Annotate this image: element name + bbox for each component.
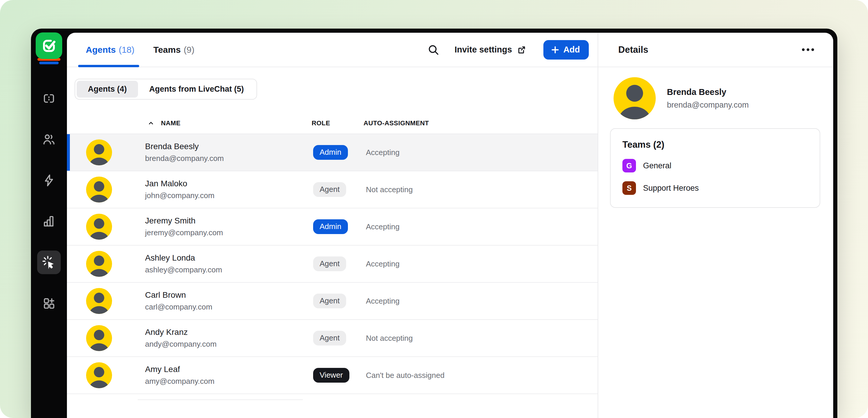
agent-name-cell: Carl Brown carl@company.com bbox=[145, 290, 310, 312]
avatar bbox=[86, 288, 112, 314]
avatar bbox=[86, 251, 112, 277]
profile-name: Brenda Beesly bbox=[667, 87, 749, 97]
profile-texts: Brenda Beesly brenda@company.com bbox=[667, 87, 749, 110]
avatar-cell bbox=[67, 325, 145, 351]
invite-settings-label: Invite settings bbox=[455, 45, 512, 55]
tab-agents[interactable]: Agents (18) bbox=[86, 33, 134, 67]
auto-assignment-status: Accepting bbox=[364, 296, 598, 306]
tab-teams-label: Teams bbox=[153, 45, 181, 55]
team-item[interactable]: S Support Heroes bbox=[622, 181, 808, 195]
agent-name-cell: Ashley Londa ashley@company.com bbox=[145, 253, 310, 275]
teams-card-title: Teams (2) bbox=[622, 139, 808, 150]
main-body: Agents (4) Agents from LiveChat (5) NAME… bbox=[67, 67, 598, 418]
app-switcher[interactable] bbox=[36, 32, 62, 64]
team-initial-badge: G bbox=[622, 159, 636, 172]
role-badge: Viewer bbox=[313, 368, 349, 383]
sidebar-item-apps[interactable] bbox=[37, 292, 61, 315]
main-header: Agents (18) Teams (9) Invite settings bbox=[67, 33, 598, 67]
avatar-cell bbox=[67, 176, 145, 202]
column-header-auto-assignment: AUTO-ASSIGNMENT bbox=[364, 119, 598, 127]
sidebar-item-automation[interactable] bbox=[37, 169, 61, 192]
reports-chart-icon bbox=[42, 215, 56, 228]
main-panel: Agents (18) Teams (9) Invite settings bbox=[67, 33, 598, 418]
role-cell: Agent bbox=[310, 294, 364, 308]
team-icon bbox=[42, 133, 56, 146]
role-cell: Admin bbox=[310, 219, 364, 234]
agent-email: amy@company.com bbox=[145, 377, 310, 386]
agent-email: carl@company.com bbox=[145, 302, 310, 312]
search-icon bbox=[428, 44, 439, 56]
sidebar-item-tickets[interactable] bbox=[37, 87, 61, 110]
profile-email: brenda@company.com bbox=[667, 100, 749, 110]
details-menu-button[interactable] bbox=[800, 42, 815, 58]
table-row[interactable]: Carl Brown carl@company.com Agent Accept… bbox=[67, 283, 598, 320]
table-row[interactable]: Jan Maloko john@company.com Agent Not ac… bbox=[67, 171, 598, 208]
avatar-cell bbox=[67, 288, 145, 314]
auto-assignment-status: Accepting bbox=[364, 148, 598, 157]
agent-name-cell: Brenda Beesly brenda@company.com bbox=[145, 142, 310, 163]
table-row[interactable]: Brenda Beesly brenda@company.com Admin A… bbox=[67, 134, 598, 171]
sidebar-item-reports[interactable] bbox=[37, 210, 61, 233]
table-row[interactable]: Andy Kranz andy@company.com Agent Not ac… bbox=[67, 320, 598, 357]
segment-agents[interactable]: Agents (4) bbox=[77, 81, 138, 98]
avatar-cell bbox=[67, 214, 145, 240]
tab-agents-label: Agents bbox=[86, 45, 116, 55]
agent-name: Andy Kranz bbox=[145, 327, 310, 337]
cursor-click-icon bbox=[42, 256, 56, 269]
role-badge: Admin bbox=[313, 219, 348, 234]
external-link-icon bbox=[517, 45, 526, 55]
details-body: Brenda Beesly brenda@company.com Teams (… bbox=[598, 67, 833, 208]
table-row[interactable]: Amy Leaf amy@company.com Viewer Can't be… bbox=[67, 357, 598, 394]
agent-name: Amy Leaf bbox=[145, 365, 310, 374]
role-cell: Agent bbox=[310, 256, 364, 271]
table-footer-divider bbox=[138, 399, 303, 400]
role-badge: Agent bbox=[313, 331, 346, 346]
tab-teams[interactable]: Teams (9) bbox=[153, 33, 195, 67]
auto-assignment-status: Can't be auto-assigned bbox=[364, 371, 598, 380]
agents-table-header: NAME ROLE AUTO-ASSIGNMENT bbox=[67, 113, 598, 134]
team-initial-badge: S bbox=[622, 181, 636, 195]
agents-table-body: Brenda Beesly brenda@company.com Admin A… bbox=[67, 134, 598, 394]
add-button-label: Add bbox=[563, 45, 580, 55]
agent-name-cell: Andy Kranz andy@company.com bbox=[145, 327, 310, 349]
agent-name: Carl Brown bbox=[145, 290, 310, 300]
ellipsis-icon bbox=[802, 49, 805, 51]
agent-email: andy@company.com bbox=[145, 340, 310, 349]
avatar bbox=[86, 214, 112, 240]
apps-grid-plus-icon bbox=[42, 296, 56, 310]
auto-assignment-status: Not accepting bbox=[364, 334, 598, 343]
tickets-icon bbox=[42, 92, 56, 105]
team-label: General bbox=[643, 161, 671, 170]
segment-agents-from-livechat[interactable]: Agents from LiveChat (5) bbox=[138, 81, 255, 98]
invite-settings-link[interactable]: Invite settings bbox=[455, 45, 526, 55]
avatar-cell bbox=[67, 251, 145, 277]
column-header-name[interactable]: NAME bbox=[67, 119, 310, 127]
search-button[interactable] bbox=[425, 41, 442, 58]
sort-ascending-icon bbox=[148, 120, 154, 127]
role-badge: Agent bbox=[313, 256, 346, 271]
agent-name-cell: Jan Maloko john@company.com bbox=[145, 179, 310, 200]
agent-email: brenda@company.com bbox=[145, 154, 310, 163]
table-row[interactable]: Jeremy Smith jeremy@company.com Admin Ac… bbox=[67, 208, 598, 246]
role-cell: Agent bbox=[310, 182, 364, 197]
teams-list: G General S Support Heroes bbox=[622, 159, 808, 195]
role-cell: Agent bbox=[310, 331, 364, 346]
agent-name-cell: Amy Leaf amy@company.com bbox=[145, 365, 310, 386]
sidebar-item-team[interactable] bbox=[37, 128, 61, 151]
auto-assignment-status: Not accepting bbox=[364, 185, 598, 194]
auto-assignment-status: Accepting bbox=[364, 259, 598, 268]
avatar bbox=[86, 139, 112, 165]
avatar-cell bbox=[67, 362, 145, 388]
table-row[interactable]: Ashley Londa ashley@company.com Agent Ac… bbox=[67, 246, 598, 283]
role-cell: Viewer bbox=[310, 368, 364, 383]
details-header: Details bbox=[598, 33, 833, 67]
sidebar-item-tracking[interactable] bbox=[37, 251, 61, 274]
auto-assignment-status: Accepting bbox=[364, 222, 598, 231]
agent-name-cell: Jeremy Smith jeremy@company.com bbox=[145, 216, 310, 237]
add-button[interactable]: Add bbox=[544, 40, 589, 60]
avatar bbox=[614, 77, 656, 119]
team-item[interactable]: G General bbox=[622, 159, 808, 172]
agent-email: john@company.com bbox=[145, 191, 310, 200]
avatar-cell bbox=[67, 139, 145, 165]
tab-teams-count: (9) bbox=[184, 45, 195, 55]
